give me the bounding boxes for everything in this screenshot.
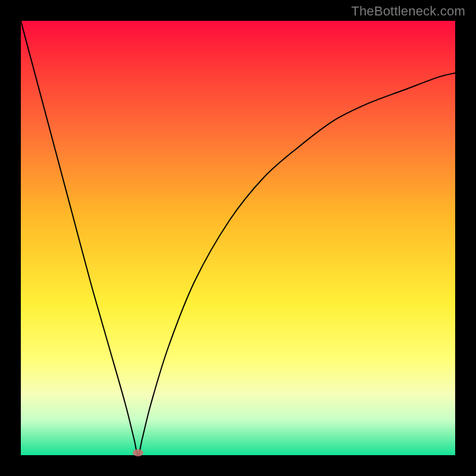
bottleneck-curve <box>21 21 455 455</box>
outer-frame: TheBottleneck.com <box>0 0 476 476</box>
watermark-text: TheBottleneck.com <box>351 4 465 19</box>
minimum-marker <box>133 449 143 456</box>
